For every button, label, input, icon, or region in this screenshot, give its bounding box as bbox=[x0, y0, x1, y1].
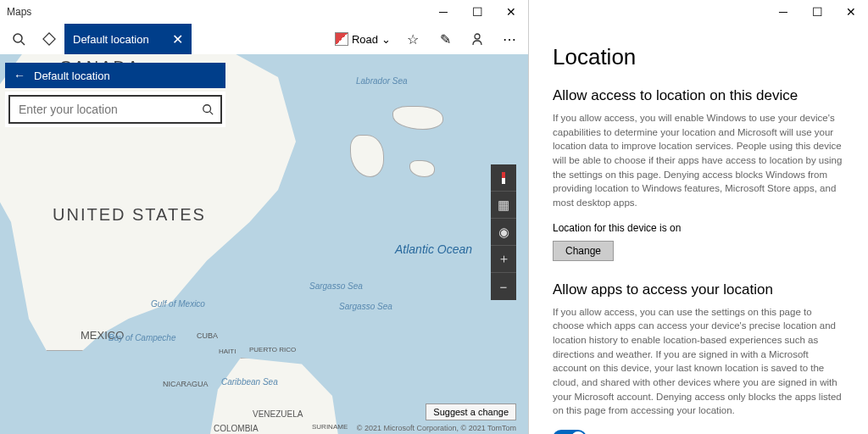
map-style-selector[interactable]: Road ⌄ bbox=[330, 32, 396, 46]
sea-label: Caribbean Sea bbox=[221, 377, 278, 387]
section-description: If you allow access, you will enable Win… bbox=[553, 111, 844, 210]
maps-toolbar: Default location ✕ Road ⌄ ☆ ✎ ⋯ bbox=[0, 24, 528, 54]
location-input[interactable] bbox=[8, 95, 222, 124]
search-icon[interactable] bbox=[3, 24, 34, 54]
svg-rect-2 bbox=[43, 33, 55, 45]
locate-me-button[interactable]: ◉ bbox=[491, 219, 516, 246]
tilt-button[interactable]: ▦ bbox=[491, 192, 516, 219]
sea-label: Gulf of Mexico bbox=[151, 299, 205, 309]
country-label: CUBA bbox=[197, 331, 218, 340]
maximize-button[interactable]: ☐ bbox=[800, 0, 834, 24]
close-button[interactable]: ✕ bbox=[494, 0, 528, 24]
country-label: PUERTO RICO bbox=[249, 346, 296, 353]
location-toggle[interactable] bbox=[553, 430, 587, 434]
minimize-button[interactable]: ─ bbox=[426, 0, 460, 24]
back-arrow-icon[interactable]: ← bbox=[14, 69, 25, 82]
search-tab-label: Default location bbox=[73, 33, 149, 46]
zoom-in-button[interactable]: ＋ bbox=[491, 246, 516, 273]
svg-point-0 bbox=[14, 34, 22, 42]
more-icon[interactable]: ⋯ bbox=[494, 24, 525, 54]
page-title: Location bbox=[553, 44, 844, 70]
settings-titlebar: ─ ☐ ✕ bbox=[529, 0, 868, 24]
directions-icon[interactable] bbox=[34, 24, 64, 54]
settings-window: ─ ☐ ✕ Location Allow access to location … bbox=[529, 0, 868, 434]
sea-label: Bay of Campeche bbox=[108, 333, 176, 342]
country-label: VENEZUELA bbox=[253, 409, 303, 419]
sea-label: Sargasso Sea bbox=[309, 281, 363, 291]
location-input-wrapper bbox=[5, 92, 225, 127]
saved-places-icon[interactable]: ☆ bbox=[398, 24, 428, 54]
country-label: UNITED STATES bbox=[53, 205, 206, 225]
islands-atlantic bbox=[316, 101, 469, 220]
ocean-label: Atlantic Ocean bbox=[395, 242, 472, 256]
change-button[interactable]: Change bbox=[553, 241, 614, 261]
search-tab[interactable]: Default location ✕ bbox=[64, 24, 192, 54]
default-location-label: Default location bbox=[34, 70, 110, 82]
maps-window-controls: ─ ☐ ✕ bbox=[426, 0, 528, 24]
map-controls: ▦ ◉ ＋ − bbox=[491, 164, 516, 300]
ink-icon[interactable]: ✎ bbox=[430, 24, 460, 54]
country-label: HAITI bbox=[219, 348, 236, 355]
country-label: NICARAGUA bbox=[163, 380, 209, 388]
sea-label: Labrador Sea bbox=[356, 76, 408, 86]
minimize-button[interactable]: ─ bbox=[766, 0, 800, 24]
section-title: Allow access to location on this device bbox=[553, 87, 844, 104]
svg-line-1 bbox=[21, 42, 25, 45]
road-label: Road bbox=[352, 33, 378, 46]
section-description: If you allow access, you can use the set… bbox=[553, 305, 844, 418]
svg-line-5 bbox=[210, 112, 214, 115]
map-attribution: © 2021 Microsoft Corporation, © 2021 Tom… bbox=[357, 424, 516, 432]
location-toggle-row: On bbox=[553, 430, 844, 434]
settings-content: Location Allow access to location on thi… bbox=[529, 24, 868, 434]
maps-app-title: Maps bbox=[7, 6, 31, 18]
search-icon[interactable] bbox=[202, 103, 214, 115]
road-icon bbox=[335, 32, 348, 46]
country-label: COLOMBIA bbox=[214, 424, 259, 433]
svg-point-3 bbox=[475, 34, 480, 39]
suggest-change-button[interactable]: Suggest a change bbox=[426, 403, 516, 420]
close-button[interactable]: ✕ bbox=[834, 0, 868, 24]
maps-titlebar: Maps ─ ☐ ✕ bbox=[0, 0, 528, 24]
chevron-down-icon: ⌄ bbox=[381, 33, 391, 46]
account-icon[interactable] bbox=[462, 24, 492, 54]
default-location-bar: ← Default location bbox=[5, 63, 225, 88]
compass-button[interactable] bbox=[491, 164, 516, 192]
settings-window-controls: ─ ☐ ✕ bbox=[766, 0, 868, 24]
section-title: Allow apps to access your location bbox=[553, 281, 844, 298]
maximize-button[interactable]: ☐ bbox=[460, 0, 494, 24]
zoom-out-button[interactable]: − bbox=[491, 273, 516, 300]
sea-label: Sargasso Sea bbox=[339, 302, 392, 311]
map-canvas[interactable]: CANADA UNITED STATES MEXICO CUBA HAITI P… bbox=[0, 54, 528, 434]
close-tab-icon[interactable]: ✕ bbox=[172, 31, 183, 47]
svg-point-4 bbox=[203, 105, 211, 113]
device-location-status: Location for this device is on bbox=[553, 222, 844, 234]
maps-window: Maps ─ ☐ ✕ Default location ✕ Road ⌄ ☆ ✎ bbox=[0, 0, 529, 434]
country-label: SURINAME bbox=[312, 423, 348, 431]
